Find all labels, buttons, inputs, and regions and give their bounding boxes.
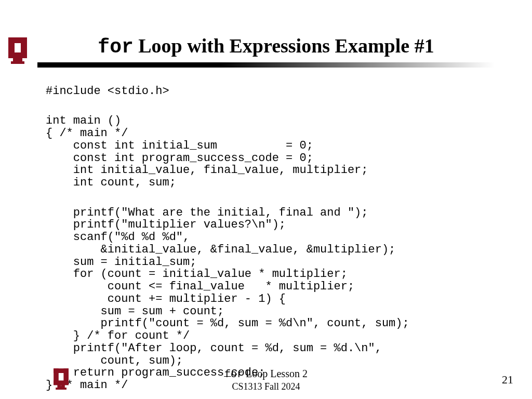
code-line: int initial_value, final_value, multipli… (46, 164, 368, 177)
footer: for Loop Lesson 2 CS1313 Fall 2024 (0, 368, 532, 392)
code-line: for (count = initial_value * multiplier; (46, 268, 348, 281)
code-line: printf("multiplier values?\n"); (46, 218, 286, 231)
code-line: int main () (46, 114, 121, 127)
code-line: printf("What are the initial, final and … (46, 206, 368, 219)
code-line: const int program_success_code = 0; (46, 152, 313, 165)
code-line: sum = sum + count; (46, 305, 224, 318)
slide-title: for Loop with Expressions Example #1 (0, 35, 532, 58)
code-line: sum = initial_sum; (46, 256, 196, 269)
code-line: const int initial_sum = 0; (46, 139, 313, 152)
title-divider (37, 62, 495, 68)
code-line: int count, sum; (46, 176, 176, 189)
footer-keyword: for (224, 368, 243, 380)
code-line: { /* main */ (46, 127, 128, 140)
title-text: Loop with Expressions Example #1 (134, 35, 434, 57)
code-line: } /* for count */ (46, 329, 190, 342)
title-keyword: for (98, 36, 133, 58)
code-line: count <= final_value * multiplier; (46, 280, 354, 293)
svg-rect-6 (11, 61, 24, 64)
code-line: count += multiplier - 1) { (46, 292, 286, 305)
code-line: printf("count = %d, sum = %d\n", count, … (46, 317, 409, 330)
code-line: printf("After loop, count = %d, sum = %d… (46, 342, 382, 355)
code-line: #include <stdio.h> (46, 85, 169, 98)
slide: for Loop with Expressions Example #1 #in… (0, 0, 532, 399)
code-line: scanf("%d %d %d", (46, 231, 190, 244)
code-line: count, sum); (46, 354, 183, 367)
code-line: &initial_value, &final_value, &multiplie… (46, 243, 395, 256)
footer-subtext: CS1313 Fall 2024 (232, 381, 300, 392)
page-number: 21 (502, 373, 513, 387)
footer-text: Loop Lesson 2 (243, 368, 308, 379)
code-block: #include <stdio.h> int main () { /* main… (46, 73, 503, 392)
